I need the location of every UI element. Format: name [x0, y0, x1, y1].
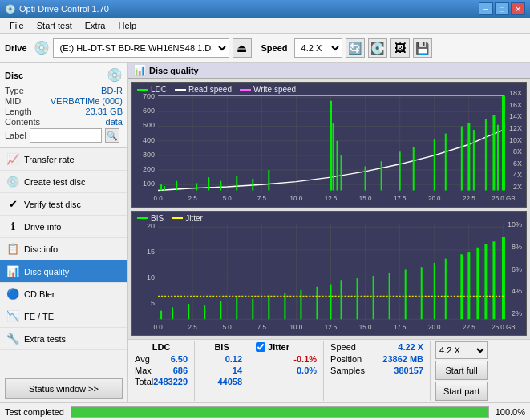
jitter-max-value: 0.0%: [297, 365, 317, 375]
ldc-stats-col: LDC Avg 6.50 Max 686 Total 2483229: [133, 341, 189, 401]
total-label: Total: [135, 377, 153, 386]
sidebar-item-transfer-rate[interactable]: 📈 Transfer rate: [0, 148, 127, 171]
start-part-button[interactable]: Start part: [435, 382, 488, 401]
jitter-stats-col: Jitter -0.1% 0.0%: [254, 341, 318, 401]
extra-tests-icon: 🔧: [6, 333, 19, 345]
svg-text:2.5: 2.5: [188, 323, 198, 330]
title-bar-controls: − □ ✕: [479, 2, 525, 15]
minimize-button[interactable]: −: [479, 2, 493, 15]
svg-text:20: 20: [147, 222, 155, 230]
sidebar-item-extra-tests[interactable]: 🔧 Extra tests: [0, 328, 127, 350]
sidebar-item-verify-test-disc[interactable]: ✔ Verify test disc: [0, 193, 127, 216]
create-test-disc-icon: 💿: [6, 176, 19, 188]
svg-text:10X: 10X: [509, 136, 522, 144]
read-speed-legend-color: [175, 89, 186, 91]
speed-select[interactable]: 4.2 X: [294, 38, 342, 58]
eject-button[interactable]: ⏏: [233, 38, 252, 58]
bis-legend-label: BIS: [151, 214, 164, 223]
svg-text:10: 10: [147, 273, 155, 281]
bis-chart-panel: BIS Jitter 20 15 10 5 10% 8%: [131, 211, 527, 337]
bis-total-row: 44058: [200, 376, 244, 387]
sidebar-item-cd-bler[interactable]: 🔵 CD Bler: [0, 283, 127, 305]
svg-text:2.5: 2.5: [188, 196, 197, 203]
progress-container: [71, 406, 489, 418]
svg-text:10.0: 10.0: [290, 323, 303, 330]
bis-legend: BIS: [137, 214, 164, 223]
svg-text:15.0: 15.0: [359, 196, 372, 203]
cd-bler-icon: 🔵: [6, 288, 19, 300]
bis-max-value: 14: [233, 365, 242, 375]
jitter-max-row: 0.0%: [254, 365, 318, 376]
transfer-rate-icon: 📈: [6, 153, 19, 165]
title-bar: 💿 Opti Drive Control 1.70 − □ ✕: [0, 0, 530, 18]
sidebar-item-label: Disc info: [24, 244, 58, 254]
refresh-button[interactable]: 🔄: [346, 38, 365, 58]
read-speed-legend: Read speed: [175, 85, 232, 94]
svg-text:5: 5: [151, 298, 155, 306]
svg-text:4X: 4X: [513, 172, 522, 180]
disc-quality-header-title: Disc quality: [149, 66, 199, 75]
disc-icon: 💿: [107, 67, 123, 83]
jitter-legend-label: Jitter: [185, 214, 203, 223]
sidebar-item-label: Disc quality: [24, 267, 69, 277]
ldc-stats-header: LDC: [133, 341, 189, 353]
svg-text:18X: 18X: [509, 90, 522, 98]
speed-stat-value: 4.22 X: [398, 342, 423, 352]
jitter-checkbox[interactable]: [256, 342, 265, 352]
menu-file[interactable]: File: [3, 19, 30, 32]
sidebar-item-drive-info[interactable]: ℹ Drive info: [0, 216, 127, 238]
speed-stats-col: Speed 4.22 X Position 23862 MB Samples 3…: [329, 341, 425, 401]
settings-button2[interactable]: 🖼: [390, 38, 410, 58]
svg-text:15: 15: [147, 248, 155, 256]
status-window-button[interactable]: Status window >>: [5, 378, 123, 399]
speed-stat-label: Speed: [330, 342, 356, 352]
sidebar-item-label: CD Bler: [24, 289, 55, 299]
disc-label-input[interactable]: [30, 128, 102, 143]
bis-stats-header: BIS: [200, 341, 244, 353]
bis-stats-col: BIS 0.12 14 44058: [200, 341, 244, 401]
disc-mid-value: VERBATIMe (000): [51, 96, 123, 106]
position-row: Position 23862 MB: [329, 353, 425, 365]
maximize-button[interactable]: □: [495, 2, 509, 15]
disc-panel: Disc 💿 Type BD-R MID VERBATIMe (000) Len…: [0, 63, 127, 148]
speed-select-stats[interactable]: 4.2 X: [435, 341, 488, 359]
disc-header: Disc 💿: [5, 67, 123, 83]
bis-legend-color: [137, 217, 148, 219]
drive-select[interactable]: (E:) HL-DT-ST BD-RE WH16NS48 1.D3: [53, 38, 229, 58]
menu-start-test[interactable]: Start test: [30, 19, 79, 32]
ldc-max-value: 686: [173, 365, 188, 375]
svg-text:22.5: 22.5: [463, 323, 475, 330]
sidebar-item-label: Create test disc: [24, 177, 85, 187]
start-full-button[interactable]: Start full: [435, 361, 488, 380]
svg-text:400: 400: [143, 136, 155, 144]
sidebar-item-disc-quality[interactable]: 📊 Disc quality: [0, 260, 127, 283]
verify-test-disc-icon: ✔: [6, 198, 19, 210]
jitter-avg-value: -0.1%: [293, 354, 317, 364]
samples-value: 380157: [394, 365, 423, 375]
sidebar-item-disc-info[interactable]: 📋 Disc info: [0, 238, 127, 260]
bis-max-row: 14: [200, 365, 244, 376]
ldc-legend-label: LDC: [151, 85, 167, 94]
position-label: Position: [330, 354, 362, 364]
disc-length-row: Length 23.31 GB: [5, 107, 123, 116]
disc-type-value: BD-R: [101, 86, 123, 95]
write-speed-legend-label: Write speed: [253, 85, 296, 94]
sidebar-item-fe-te[interactable]: 📉 FE / TE: [0, 305, 127, 328]
settings-button1[interactable]: 💽: [368, 38, 387, 58]
sidebar-item-create-test-disc[interactable]: 💿 Create test disc: [0, 171, 127, 193]
svg-text:12X: 12X: [509, 124, 522, 132]
speed-label: Speed: [261, 43, 288, 53]
menu-extra[interactable]: Extra: [79, 19, 112, 32]
disc-label-browse-button[interactable]: 🔍: [105, 128, 119, 143]
svg-text:500: 500: [143, 122, 155, 130]
svg-text:14X: 14X: [509, 113, 522, 121]
svg-text:16X: 16X: [509, 101, 522, 109]
jitter-legend-color: [172, 217, 183, 219]
svg-text:22.5: 22.5: [463, 196, 475, 203]
save-button[interactable]: 💾: [413, 38, 432, 58]
avg-label: Avg: [135, 354, 150, 364]
svg-text:10%: 10%: [508, 220, 522, 228]
svg-text:5.0: 5.0: [223, 323, 233, 330]
close-button[interactable]: ✕: [511, 2, 525, 15]
menu-help[interactable]: Help: [111, 19, 143, 32]
